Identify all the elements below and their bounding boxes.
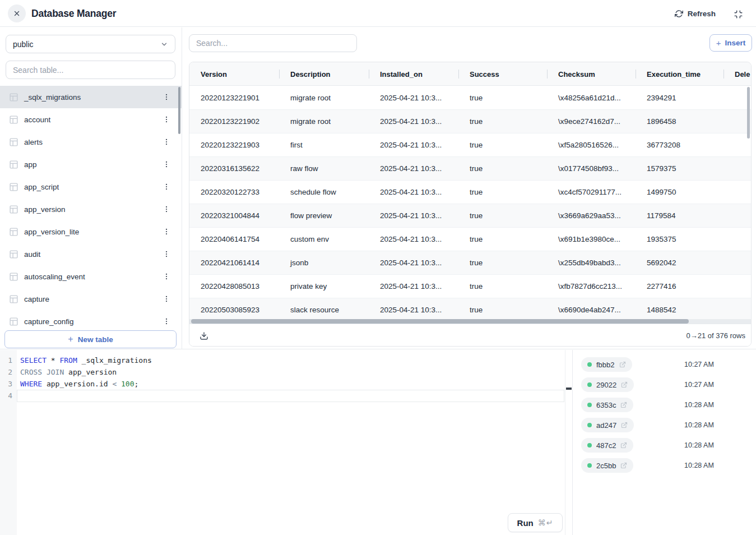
grid-cell[interactable]: 2025-04-21 10:3... <box>369 204 458 227</box>
table-search-input[interactable] <box>6 61 175 79</box>
grid-row[interactable]: 20220123221902migrate root2025-04-21 10:… <box>189 109 752 133</box>
grid-cell[interactable] <box>723 181 752 204</box>
table-list-item[interactable]: capture <box>0 288 182 310</box>
table-item-menu-button[interactable] <box>161 204 171 215</box>
grid-cell[interactable]: \x9ece274162d7... <box>547 110 636 133</box>
grid-cell[interactable]: 2277416 <box>636 275 723 298</box>
table-item-menu-button[interactable] <box>161 271 171 282</box>
history-query-pill[interactable]: 6353c <box>581 398 633 412</box>
grid-cell[interactable]: custom env <box>279 228 369 251</box>
grid-cell[interactable]: 1935375 <box>636 228 723 251</box>
table-list-item[interactable]: app_script <box>0 176 182 198</box>
grid-cell[interactable]: 20220406141754 <box>189 228 279 251</box>
grid-cell[interactable]: 1896458 <box>636 110 723 133</box>
grid-cell[interactable]: 1499750 <box>636 181 723 204</box>
grid-row[interactable]: 20220428085013private key2025-04-21 10:3… <box>189 274 752 298</box>
grid-cell[interactable] <box>723 251 752 274</box>
grid-cell[interactable]: \x3669a629aa53... <box>547 204 636 227</box>
close-button[interactable] <box>8 4 26 22</box>
table-item-menu-button[interactable] <box>161 316 171 327</box>
grid-cell[interactable]: 5692042 <box>636 251 723 274</box>
grid-cell[interactable]: 1179584 <box>636 204 723 227</box>
grid-cell[interactable]: 2025-04-21 10:3... <box>369 251 458 274</box>
grid-cell[interactable]: 36773208 <box>636 133 723 156</box>
grid-cell[interactable]: \xfb7827d6cc213... <box>547 275 636 298</box>
grid-cell[interactable]: jsonb <box>279 251 369 274</box>
grid-header-cell[interactable]: Success <box>458 62 547 86</box>
table-item-menu-button[interactable] <box>161 159 171 170</box>
grid-cell[interactable]: 2025-04-21 10:3... <box>369 275 458 298</box>
grid-row[interactable]: 20220421061414jsonb2025-04-21 10:3...tru… <box>189 251 752 274</box>
grid-cell[interactable]: 2394291 <box>636 86 723 109</box>
table-list-item[interactable]: alerts <box>0 131 182 153</box>
grid-cell[interactable]: 20220503085923 <box>189 298 279 321</box>
grid-cell[interactable]: slack resource <box>279 298 369 321</box>
grid-cell[interactable]: migrate root <box>279 110 369 133</box>
grid-cell[interactable] <box>723 204 752 227</box>
grid-cell[interactable]: 20220123221903 <box>189 133 279 156</box>
history-query-pill[interactable]: 2c5bb <box>581 458 633 473</box>
run-button[interactable]: Run ⌘↵ <box>508 513 563 532</box>
grid-header-cell[interactable]: Execution_time <box>636 62 723 86</box>
grid-cell[interactable]: true <box>458 157 547 180</box>
grid-cell[interactable]: 2025-04-21 10:3... <box>369 86 458 109</box>
table-list-item[interactable]: autoscaling_event <box>0 265 182 288</box>
grid-cell[interactable]: true <box>458 204 547 227</box>
grid-cell[interactable]: migrate root <box>279 86 369 109</box>
insert-button[interactable]: + Insert <box>709 34 752 52</box>
external-link-icon[interactable] <box>621 381 628 388</box>
history-query-pill[interactable]: 487c2 <box>581 438 633 453</box>
sidebar-scrollbar[interactable] <box>178 87 180 134</box>
exit-fullscreen-button[interactable] <box>734 9 744 19</box>
grid-cell[interactable]: 2025-04-21 10:3... <box>369 133 458 156</box>
grid-row[interactable]: 20220406141754custom env2025-04-21 10:3.… <box>189 227 752 251</box>
grid-cell[interactable]: 20220320122733 <box>189 181 279 204</box>
grid-cell[interactable]: 2025-04-21 10:3... <box>369 110 458 133</box>
grid-cell[interactable]: true <box>458 133 547 156</box>
grid-cell[interactable]: 20220428085013 <box>189 275 279 298</box>
grid-cell[interactable]: true <box>458 228 547 251</box>
grid-cell[interactable] <box>723 157 752 180</box>
grid-cell[interactable]: private key <box>279 275 369 298</box>
grid-cell[interactable]: 20220123221902 <box>189 110 279 133</box>
code-line[interactable]: 1SELECT * FROM _sqlx_migrations <box>0 354 564 366</box>
table-item-menu-button[interactable] <box>161 293 171 305</box>
table-list-item[interactable]: app <box>0 153 182 176</box>
sql-editor[interactable]: 1SELECT * FROM _sqlx_migrations2CROSS JO… <box>0 350 573 535</box>
grid-cell[interactable] <box>723 275 752 298</box>
grid-cell[interactable]: true <box>458 110 547 133</box>
grid-cell[interactable]: true <box>458 275 547 298</box>
grid-cell[interactable]: \x6690de4ab247... <box>547 298 636 321</box>
grid-row[interactable]: 20220316135622raw flow2025-04-21 10:3...… <box>189 156 752 180</box>
grid-cell[interactable]: \xf5a280516526... <box>547 133 636 156</box>
table-item-menu-button[interactable] <box>161 248 171 260</box>
grid-row[interactable]: 20220123221901migrate root2025-04-21 10:… <box>189 86 752 109</box>
external-link-icon[interactable] <box>620 442 627 449</box>
grid-cell[interactable]: true <box>458 298 547 321</box>
table-item-menu-button[interactable] <box>161 226 171 237</box>
grid-cell[interactable]: flow preview <box>279 204 369 227</box>
grid-cell[interactable]: true <box>458 181 547 204</box>
grid-horizontal-scrollbar[interactable] <box>191 319 689 324</box>
grid-cell[interactable]: \x01774508bf93... <box>547 157 636 180</box>
grid-row[interactable]: 20220503085923slack resource2025-04-21 1… <box>189 298 752 321</box>
grid-cell[interactable]: first <box>279 133 369 156</box>
grid-vertical-scrollbar[interactable] <box>747 87 750 139</box>
grid-cell[interactable]: 20220316135622 <box>189 157 279 180</box>
grid-cell[interactable]: true <box>458 86 547 109</box>
grid-row[interactable]: 20220320122733schedule flow2025-04-21 10… <box>189 180 752 204</box>
grid-cell[interactable]: 2025-04-21 10:3... <box>369 157 458 180</box>
table-list-item[interactable]: account <box>0 108 182 131</box>
grid-cell[interactable]: 2025-04-21 10:3... <box>369 181 458 204</box>
grid-header-cell[interactable]: Description <box>279 62 369 86</box>
table-list-item[interactable]: app_version_lite <box>0 220 182 243</box>
grid-header-cell[interactable]: Installed_on <box>369 62 458 86</box>
history-query-pill[interactable]: ad247 <box>581 418 634 432</box>
new-table-button[interactable]: + New table <box>4 330 177 348</box>
grid-row[interactable]: 20220321004844flow preview2025-04-21 10:… <box>189 204 752 227</box>
code-line[interactable]: 2CROSS JOIN app_version <box>0 366 564 378</box>
external-link-icon[interactable] <box>619 361 626 368</box>
external-link-icon[interactable] <box>621 422 628 428</box>
table-list-item[interactable]: _sqlx_migrations <box>0 86 182 108</box>
table-item-menu-button[interactable] <box>161 181 171 192</box>
